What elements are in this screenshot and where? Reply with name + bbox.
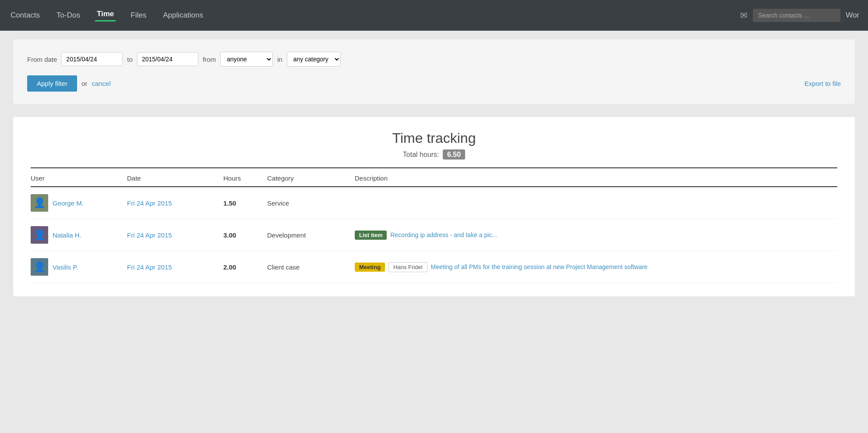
badge-person: Hans Fridel bbox=[388, 262, 427, 272]
category-natalia: Development bbox=[267, 231, 355, 239]
from-label: from bbox=[203, 56, 216, 63]
avatar-vasilis-icon: 👤 bbox=[34, 261, 46, 273]
user-cell-natalia: 👤 Natalia H. bbox=[31, 226, 127, 244]
avatar-natalia-icon: 👤 bbox=[34, 229, 46, 241]
top-navigation: Contacts To-Dos Time Files Applications … bbox=[0, 0, 868, 31]
desc-text-vasilis: Meeting of all PMs for the training sess… bbox=[431, 263, 648, 270]
user-link-natalia[interactable]: Natalia H. bbox=[53, 231, 81, 239]
hours-george: 1.50 bbox=[223, 199, 267, 207]
date-george[interactable]: Fri 24 Apr 2015 bbox=[127, 199, 223, 207]
time-tracking-section: Time tracking Total hours: 6.50 User Dat… bbox=[13, 117, 855, 296]
export-link[interactable]: Export to file bbox=[804, 80, 841, 87]
nav-links: Contacts To-Dos Time Files Applications bbox=[9, 10, 740, 21]
col-user: User bbox=[31, 174, 127, 182]
user-cell-george: 👤 George M. bbox=[31, 194, 127, 212]
nav-contacts[interactable]: Contacts bbox=[9, 11, 42, 20]
from-date-input[interactable] bbox=[61, 52, 123, 66]
search-input[interactable] bbox=[753, 9, 840, 22]
description-vasilis: Meeting Hans Fridel Meeting of all PMs f… bbox=[355, 262, 837, 272]
total-label: Total hours: bbox=[403, 151, 439, 158]
or-text: or bbox=[81, 80, 87, 87]
from-select[interactable]: anyone bbox=[220, 52, 273, 67]
to-date-input[interactable] bbox=[137, 52, 198, 66]
nav-todos[interactable]: To-Dos bbox=[55, 11, 82, 20]
wor-label: Wor bbox=[846, 11, 859, 20]
desc-text-natalia: Recording ip address - and take a pic... bbox=[390, 231, 497, 238]
user-link-vasilis[interactable]: Vasilis P. bbox=[53, 263, 78, 271]
avatar-vasilis: 👤 bbox=[31, 258, 48, 276]
table-row: 👤 George M. Fri 24 Apr 2015 1.50 Service bbox=[31, 187, 837, 219]
filter-actions: Apply filter or cancel Export to file bbox=[27, 75, 841, 92]
description-natalia: List item Recording ip address - and tak… bbox=[355, 231, 837, 240]
col-hours: Hours bbox=[223, 174, 267, 182]
user-link-george[interactable]: George M. bbox=[53, 199, 84, 207]
in-select[interactable]: any category bbox=[287, 52, 341, 67]
cancel-link[interactable]: cancel bbox=[92, 80, 110, 87]
hours-natalia: 3.00 bbox=[223, 231, 267, 239]
col-date: Date bbox=[127, 174, 223, 182]
total-hours-badge: 6.50 bbox=[443, 149, 465, 160]
filter-row: From date to from anyone in any category bbox=[27, 52, 841, 67]
table-row: 👤 Vasilis P. Fri 24 Apr 2015 2.00 Client… bbox=[31, 251, 837, 283]
nav-time[interactable]: Time bbox=[95, 10, 116, 21]
col-category: Category bbox=[267, 174, 355, 182]
user-cell-vasilis: 👤 Vasilis P. bbox=[31, 258, 127, 276]
avatar-george-icon: 👤 bbox=[34, 197, 46, 209]
category-george: Service bbox=[267, 199, 355, 207]
filter-panel: From date to from anyone in any category… bbox=[13, 39, 855, 104]
nav-applications[interactable]: Applications bbox=[161, 11, 205, 20]
to-label: to bbox=[127, 56, 133, 63]
filter-left: Apply filter or cancel bbox=[27, 75, 111, 92]
table-row: 👤 Natalia H. Fri 24 Apr 2015 3.00 Develo… bbox=[31, 219, 837, 251]
badge-meeting: Meeting bbox=[355, 263, 385, 272]
main-content: From date to from anyone in any category… bbox=[0, 31, 868, 305]
date-vasilis[interactable]: Fri 24 Apr 2015 bbox=[127, 263, 223, 271]
nav-right: ✉ Wor bbox=[740, 9, 859, 22]
category-vasilis: Client case bbox=[267, 263, 355, 271]
nav-files[interactable]: Files bbox=[129, 11, 148, 20]
apply-filter-button[interactable]: Apply filter bbox=[27, 75, 77, 92]
section-title: Time tracking bbox=[31, 130, 837, 146]
mail-icon[interactable]: ✉ bbox=[740, 10, 748, 21]
badge-list-item: List item bbox=[355, 231, 387, 240]
date-natalia[interactable]: Fri 24 Apr 2015 bbox=[127, 231, 223, 239]
avatar-george: 👤 bbox=[31, 194, 48, 212]
hours-vasilis: 2.00 bbox=[223, 263, 267, 271]
avatar-natalia: 👤 bbox=[31, 226, 48, 244]
in-label: in bbox=[277, 56, 282, 63]
from-date-label: From date bbox=[27, 56, 57, 63]
table-header: User Date Hours Category Description bbox=[31, 168, 837, 187]
total-hours-row: Total hours: 6.50 bbox=[31, 151, 837, 159]
col-description: Description bbox=[355, 174, 837, 182]
